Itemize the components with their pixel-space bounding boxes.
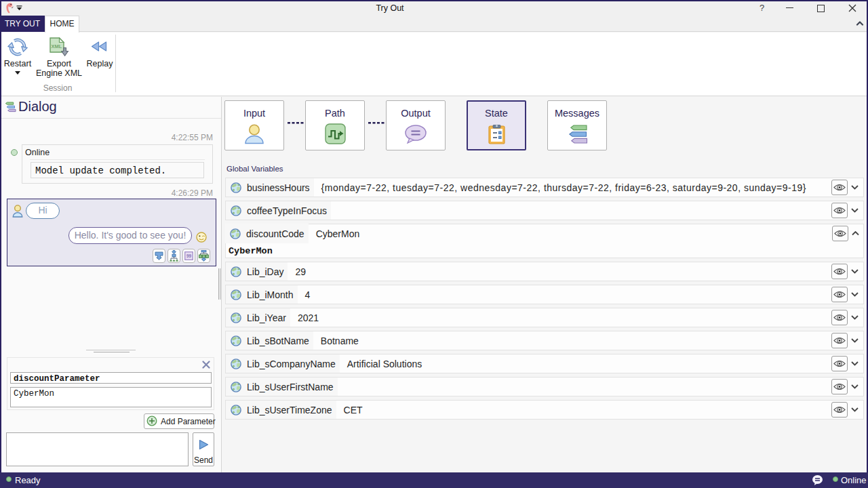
svg-text:XML: XML — [52, 43, 62, 49]
svg-text:99: 99 — [186, 253, 192, 258]
